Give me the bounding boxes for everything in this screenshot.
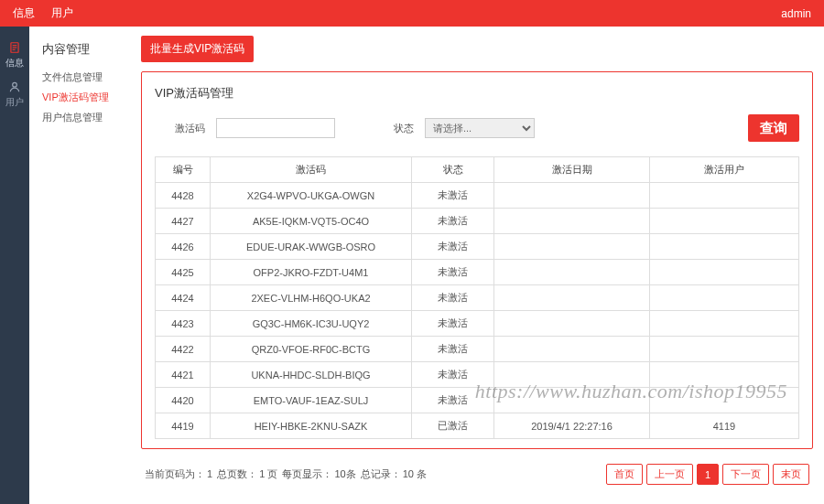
filter-status-select[interactable]: 请选择... <box>425 118 535 138</box>
table-row: 4419HEIY-HBKE-2KNU-SAZK已激活2019/4/1 22:27… <box>156 413 799 439</box>
pager-prev-button[interactable]: 上一页 <box>646 464 693 485</box>
topbar-tab-user[interactable]: 用户 <box>51 5 73 21</box>
filter-code-input[interactable] <box>216 118 335 138</box>
cell-status: 已激活 <box>412 413 494 439</box>
th-user: 激活用户 <box>650 157 799 183</box>
cell-status: 未激活 <box>412 183 494 209</box>
pager-page-1-button[interactable]: 1 <box>697 464 719 485</box>
cell-status: 未激活 <box>412 234 494 260</box>
cell-date <box>494 234 650 260</box>
table-row: 4423GQ3C-HM6K-IC3U-UQY2未激活 <box>156 311 799 337</box>
cell-code: EDUE-URAK-WWGB-OSRO <box>211 234 412 260</box>
cell-status: 未激活 <box>412 209 494 234</box>
topbar-username[interactable]: admin <box>781 7 811 20</box>
cell-user: 4119 <box>650 413 799 439</box>
pagination: 当前页码为：1 总页数：1 页 每页显示：10条 总记录：10 条 首页 上一页… <box>141 458 813 485</box>
document-icon <box>6 41 23 54</box>
generate-vip-button[interactable]: 批量生成VIP激活码 <box>141 36 254 62</box>
th-date: 激活日期 <box>494 157 650 183</box>
filter-code-label: 激活码 <box>175 122 205 135</box>
cell-code: X2G4-WPVO-UKGA-OWGN <box>211 183 412 209</box>
cell-user <box>650 311 799 337</box>
vip-panel: VIP激活码管理 激活码 状态 请选择... 查询 编号 激活码 状态 激活日期 <box>141 71 813 449</box>
cell-user <box>650 260 799 285</box>
cell-code: AK5E-IQKM-VQT5-OC4O <box>211 209 412 234</box>
table-row: 4427AK5E-IQKM-VQT5-OC4O未激活 <box>156 209 799 234</box>
th-id: 编号 <box>156 157 211 183</box>
cell-id: 4421 <box>156 362 211 388</box>
table-row: 4426EDUE-URAK-WWGB-OSRO未激活 <box>156 234 799 260</box>
cell-user <box>650 337 799 362</box>
cell-user <box>650 285 799 311</box>
svg-point-4 <box>13 82 17 87</box>
icon-rail: 信息 用户 <box>0 27 29 504</box>
sidebar-item-vip[interactable]: VIP激活码管理 <box>42 87 121 107</box>
pager-next-button[interactable]: 下一页 <box>722 464 769 485</box>
cell-date <box>494 183 650 209</box>
cell-id: 4422 <box>156 337 211 362</box>
cell-user <box>650 388 799 413</box>
filter-row: 激活码 状态 请选择... 查询 <box>155 114 799 142</box>
th-status: 状态 <box>412 157 494 183</box>
table-row: 44242XEC-VLHM-H6QO-UKA2未激活 <box>156 285 799 311</box>
rail-item-info[interactable]: 信息 <box>0 36 29 75</box>
cell-status: 未激活 <box>412 337 494 362</box>
table-row: 4420EMTO-VAUF-1EAZ-SULJ未激活 <box>156 388 799 413</box>
cell-id: 4419 <box>156 413 211 439</box>
topbar-tab-info[interactable]: 信息 <box>13 5 35 21</box>
topbar-tabs: 信息 用户 <box>13 5 73 21</box>
cell-status: 未激活 <box>412 362 494 388</box>
cell-code: OFP2-JKRO-FZDT-U4M1 <box>211 260 412 285</box>
pager-last-button[interactable]: 末页 <box>773 464 809 485</box>
pagination-controls: 首页 上一页 1 下一页 末页 <box>606 464 809 485</box>
topbar: 信息 用户 admin <box>0 0 824 27</box>
cell-id: 4426 <box>156 234 211 260</box>
cell-id: 4428 <box>156 183 211 209</box>
cell-status: 未激活 <box>412 388 494 413</box>
table-row: 4428X2G4-WPVO-UKGA-OWGN未激活 <box>156 183 799 209</box>
cell-status: 未激活 <box>412 260 494 285</box>
pager-first-button[interactable]: 首页 <box>606 464 643 485</box>
cell-user <box>650 362 799 388</box>
search-button[interactable]: 查询 <box>748 114 799 142</box>
rail-item-user[interactable]: 用户 <box>0 75 29 114</box>
cell-date <box>494 311 650 337</box>
sidebar-item-users[interactable]: 用户信息管理 <box>42 107 121 127</box>
table-header-row: 编号 激活码 状态 激活日期 激活用户 <box>156 157 799 183</box>
th-code: 激活码 <box>211 157 412 183</box>
rail-label-user: 用户 <box>5 96 24 109</box>
table-row: 4425OFP2-JKRO-FZDT-U4M1未激活 <box>156 260 799 285</box>
cell-id: 4420 <box>156 388 211 413</box>
cell-code: UKNA-HHDC-SLDH-BIQG <box>211 362 412 388</box>
cell-date <box>494 209 650 234</box>
filter-status-label: 状态 <box>394 122 414 135</box>
pagination-info: 当前页码为：1 总页数：1 页 每页显示：10条 总记录：10 条 <box>145 467 428 481</box>
sidebar: 内容管理 文件信息管理 VIP激活码管理 用户信息管理 <box>29 27 130 504</box>
main-content: 批量生成VIP激活码 VIP激活码管理 激活码 状态 请选择... 查询 编号 … <box>130 27 824 504</box>
cell-user <box>650 209 799 234</box>
user-icon <box>6 80 23 93</box>
cell-id: 4423 <box>156 311 211 337</box>
vip-table: 编号 激活码 状态 激活日期 激活用户 4428X2G4-WPVO-UKGA-O… <box>155 156 799 439</box>
cell-user <box>650 183 799 209</box>
cell-user <box>650 234 799 260</box>
rail-label-info: 信息 <box>5 57 24 70</box>
cell-date <box>494 337 650 362</box>
cell-code: QRZ0-VFOE-RF0C-BCTG <box>211 337 412 362</box>
cell-date <box>494 260 650 285</box>
cell-id: 4425 <box>156 260 211 285</box>
cell-date: 2019/4/1 22:27:16 <box>494 413 650 439</box>
cell-code: EMTO-VAUF-1EAZ-SULJ <box>211 388 412 413</box>
table-row: 4422QRZ0-VFOE-RF0C-BCTG未激活 <box>156 337 799 362</box>
cell-date <box>494 388 650 413</box>
cell-id: 4427 <box>156 209 211 234</box>
cell-id: 4424 <box>156 285 211 311</box>
cell-code: 2XEC-VLHM-H6QO-UKA2 <box>211 285 412 311</box>
cell-date <box>494 362 650 388</box>
cell-status: 未激活 <box>412 311 494 337</box>
sidebar-item-files[interactable]: 文件信息管理 <box>42 67 121 87</box>
table-body: 4428X2G4-WPVO-UKGA-OWGN未激活4427AK5E-IQKM-… <box>156 183 799 439</box>
cell-code: HEIY-HBKE-2KNU-SAZK <box>211 413 412 439</box>
cell-date <box>494 285 650 311</box>
cell-status: 未激活 <box>412 285 494 311</box>
